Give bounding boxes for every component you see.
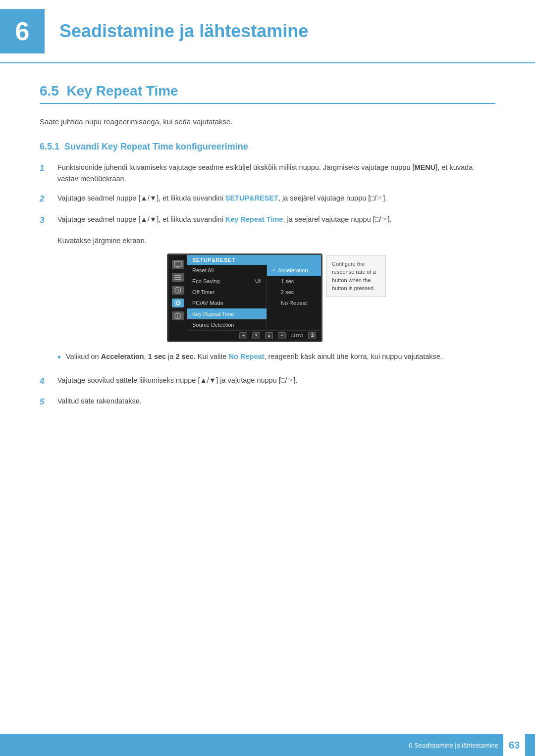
chapter-number: 6 bbox=[0, 9, 45, 53]
main-menu: SETUP&RESET Reset All Eco Saving Off bbox=[187, 255, 321, 341]
svg-rect-3 bbox=[174, 277, 181, 278]
bullet-dot: • bbox=[57, 349, 61, 365]
step-4: 4 Vajutage soovitud sättele liikumiseks … bbox=[40, 375, 495, 388]
steps-list: 1 Funktsioonide juhendi kuvamiseks vajut… bbox=[40, 162, 495, 227]
svg-point-8 bbox=[176, 302, 179, 304]
svg-line-7 bbox=[178, 290, 179, 291]
menu-icons: i bbox=[168, 255, 187, 341]
svg-rect-2 bbox=[174, 275, 181, 276]
menu-item-eco-saving: Eco Saving Off bbox=[187, 276, 267, 287]
menu-item-source-detection: Source Detection bbox=[187, 319, 267, 330]
step-1: 1 Funktsioonide juhendi kuvamiseks vajut… bbox=[40, 162, 495, 185]
subsection-heading: 6.5.1 Suvandi Key Repeat Time konfiguree… bbox=[40, 142, 495, 152]
submenu-panel: ✓ Acceleration 1 sec 2 sec bbox=[267, 265, 321, 330]
monitor-bottom-bar: ◄ ▼ ▲ ↵ AUTO ⏻ bbox=[187, 330, 321, 341]
clock-icon bbox=[172, 286, 184, 295]
menu-body: Reset All Eco Saving Off Off Timer PC/AV… bbox=[187, 265, 321, 330]
submenu-acceleration: ✓ Acceleration bbox=[267, 265, 321, 276]
svg-rect-1 bbox=[176, 267, 179, 268]
step-2: 2 Vajutage seadmel nuppe [▲/▼], et liiku… bbox=[40, 193, 495, 205]
gear-icon bbox=[172, 299, 184, 307]
nav-up: ▲ bbox=[265, 332, 273, 339]
submenu-1sec: 1 sec bbox=[267, 276, 321, 287]
auto-label: AUTO bbox=[291, 333, 303, 338]
step-3: 3 Vajutage seadmel nuppe [▲/▼], et liiku… bbox=[40, 214, 495, 227]
info-icon: i bbox=[172, 311, 184, 320]
bullet-section: • Valikud on Acceleration, 1 sec ja 2 se… bbox=[57, 351, 495, 365]
nav-enter: ↵ bbox=[278, 332, 286, 339]
chapter-header: 6 Seadistamine ja lähtestamine bbox=[0, 0, 535, 63]
bullet-item: • Valikud on Acceleration, 1 sec ja 2 se… bbox=[57, 351, 495, 365]
lines-icon bbox=[172, 273, 184, 282]
submenu-no-repeat: No Repeat bbox=[267, 298, 321, 308]
chapter-title: Seadistamine ja lähtestamine bbox=[59, 21, 308, 42]
screen-caption: Kuvatakse järgmine ekraan. bbox=[57, 237, 495, 245]
menu-item-key-repeat: Key Repeat Time bbox=[187, 308, 267, 319]
svg-text:i: i bbox=[177, 314, 178, 319]
menu-item-reset-all: Reset All bbox=[187, 265, 267, 276]
nav-power: ⏻ bbox=[308, 332, 316, 339]
tv-icon bbox=[172, 260, 184, 269]
menu-panel: Reset All Eco Saving Off Off Timer PC/AV… bbox=[187, 265, 267, 330]
page-footer: 6 Seadistamine ja lähtestamine 63 bbox=[0, 734, 535, 756]
menu-header: SETUP&RESET bbox=[187, 255, 321, 265]
screen-container: i SETUP&RESET Reset All Eco Saving bbox=[57, 253, 495, 342]
main-content: 6.5 Key Repeat Time Saate juhtida nupu r… bbox=[0, 63, 535, 438]
svg-rect-0 bbox=[174, 261, 181, 266]
monitor-frame: i SETUP&RESET Reset All Eco Saving bbox=[167, 253, 322, 342]
nav-down: ▼ bbox=[252, 332, 260, 339]
bullet-text: Valikud on Acceleration, 1 sec ja 2 sec.… bbox=[66, 351, 442, 362]
menu-item-pcav-mode: PC/AV Mode bbox=[187, 298, 267, 308]
nav-left: ◄ bbox=[239, 332, 247, 339]
section-heading: 6.5 Key Repeat Time bbox=[40, 83, 495, 104]
menu-item-off-timer: Off Timer bbox=[187, 287, 267, 298]
steps-list-continued: 4 Vajutage soovitud sättele liikumiseks … bbox=[40, 375, 495, 408]
intro-text: Saate juhtida nupu reageerimisaega, kui … bbox=[40, 116, 495, 128]
step-5: 5 Valitud säte rakendatakse. bbox=[40, 396, 495, 408]
tooltip-box: Configure the response rate of a button … bbox=[326, 255, 386, 297]
submenu-2sec: 2 sec bbox=[267, 287, 321, 298]
footer-page-number: 63 bbox=[503, 734, 525, 756]
footer-section-label: 6 Seadistamine ja lähtestamine bbox=[409, 742, 498, 749]
svg-rect-4 bbox=[174, 279, 181, 280]
